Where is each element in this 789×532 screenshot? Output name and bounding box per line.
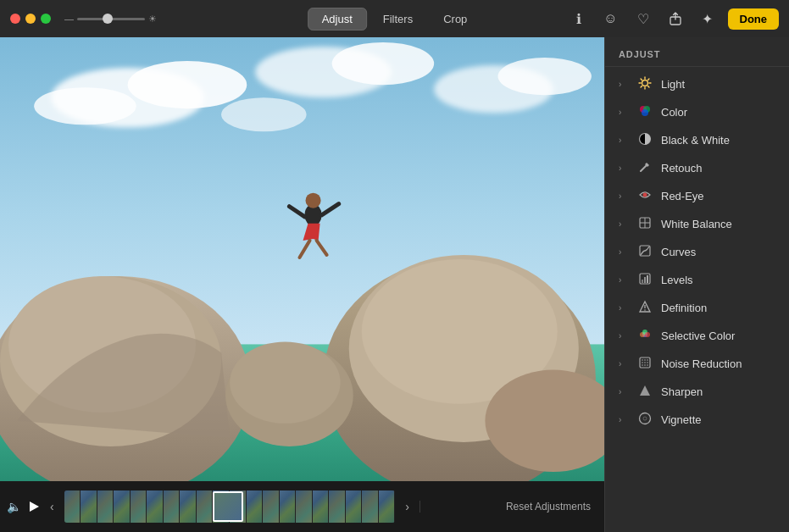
svg-point-69 (642, 364, 643, 366)
photo-canvas (0, 37, 604, 481)
svg-point-71 (647, 364, 648, 366)
filmstrip-frame (197, 490, 214, 523)
filmstrip-frame (180, 490, 197, 523)
chevron-icon: › (619, 136, 629, 145)
definition-label: Definition (661, 302, 707, 314)
color-icon (637, 104, 653, 120)
panel-header: ADJUST (605, 37, 789, 67)
magic-button[interactable]: ✦ (696, 7, 720, 30)
svg-point-66 (642, 362, 643, 363)
sharpen-label: Sharpen (661, 385, 703, 398)
svg-rect-54 (647, 275, 648, 283)
chevron-icon: › (619, 415, 629, 424)
adjust-item-definition[interactable]: › Definition (605, 294, 789, 322)
adjust-item-curves[interactable]: › Curves (605, 238, 789, 266)
adjust-item-retouch[interactable]: › Retouch (605, 154, 789, 182)
selective-color-icon (637, 328, 653, 344)
filmstrip-frame (329, 490, 346, 523)
titlebar: — ☀ Adjust Filters Crop ℹ ☺ ♡ ✦ Done (0, 0, 789, 37)
svg-point-67 (644, 362, 646, 363)
filmstrip-selected-thumb[interactable] (213, 491, 243, 522)
svg-point-68 (647, 362, 648, 363)
adjust-item-levels[interactable]: › Levels (605, 266, 789, 294)
svg-point-6 (332, 42, 435, 85)
svg-point-23 (230, 341, 341, 423)
light-label: Light (661, 78, 685, 91)
noise-reduction-label: Noise Reduction (661, 357, 742, 370)
svg-line-37 (641, 79, 642, 80)
retouch-label: Retouch (661, 162, 702, 175)
slider-right-icon: ☀ (148, 14, 157, 25)
emoji-button[interactable]: ☺ (599, 7, 623, 30)
chevron-icon: › (619, 191, 629, 201)
svg-line-45 (641, 165, 647, 171)
adjust-item-noise-reduction[interactable]: › Noise Reduction (605, 350, 789, 378)
adjust-item-red-eye[interactable]: › Red-Eye (605, 182, 789, 210)
slider-thumb[interactable] (103, 14, 113, 24)
brightness-slider[interactable]: — ☀ (64, 14, 157, 25)
svg-point-65 (647, 359, 648, 361)
filmstrip-frame (263, 490, 280, 523)
adjust-item-vignette[interactable]: › Vignette (605, 406, 789, 434)
svg-point-8 (497, 58, 591, 95)
svg-point-64 (644, 359, 646, 361)
minimize-button[interactable] (25, 14, 36, 24)
chevron-icon: › (619, 331, 629, 341)
filmstrip-frame (379, 490, 396, 523)
tab-adjust[interactable]: Adjust (308, 8, 367, 30)
svg-point-43 (642, 109, 648, 116)
adjust-item-color[interactable]: › Color (605, 98, 789, 126)
svg-point-63 (642, 359, 643, 361)
svg-point-26 (306, 193, 321, 208)
adjust-item-black-white[interactable]: › Black & White (605, 126, 789, 154)
filmstrip-arrow-left[interactable]: ‹ (47, 500, 58, 513)
share-button[interactable] (664, 7, 687, 30)
svg-line-39 (648, 79, 649, 80)
curves-icon (637, 244, 653, 260)
filmstrip-frame (296, 490, 313, 523)
color-label: Color (661, 106, 687, 119)
slider-track[interactable] (77, 18, 145, 20)
reset-adjustments-button[interactable]: Reset Adjustments (506, 501, 591, 513)
slider-left-icon: — (64, 14, 74, 24)
traffic-lights (10, 14, 51, 24)
levels-icon (637, 272, 653, 288)
tab-crop[interactable]: Crop (429, 8, 481, 30)
filmstrip-section: 🔈 ‹ (0, 490, 420, 523)
vignette-icon (637, 412, 653, 428)
adjust-item-light[interactable]: › Light (605, 70, 789, 98)
svg-marker-31 (30, 502, 39, 512)
svg-rect-53 (644, 277, 646, 283)
chevron-icon: › (619, 219, 629, 229)
maximize-button[interactable] (41, 14, 51, 24)
panel-title: ADJUST (619, 49, 660, 59)
filmstrip-frame (247, 490, 264, 523)
close-button[interactable] (10, 14, 20, 24)
play-button[interactable] (28, 501, 40, 513)
svg-line-38 (648, 86, 649, 87)
chevron-icon: › (619, 163, 629, 173)
chevron-icon: › (619, 387, 629, 396)
done-button[interactable]: Done (728, 8, 780, 30)
volume-button[interactable]: 🔈 (7, 500, 21, 513)
main-content: 🔈 ‹ (0, 37, 789, 532)
filmstrip-frame (131, 490, 147, 523)
filmstrip-frame (81, 490, 97, 523)
levels-label: Levels (661, 274, 693, 286)
chevron-icon: › (619, 275, 629, 285)
info-button[interactable]: ℹ (567, 7, 591, 30)
adjust-item-white-balance[interactable]: › White Balance (605, 210, 789, 238)
heart-button[interactable]: ♡ (631, 7, 655, 30)
white-balance-icon (637, 216, 653, 232)
adjust-item-sharpen[interactable]: › Sharpen (605, 378, 789, 406)
tab-filters[interactable]: Filters (369, 8, 427, 30)
adjust-item-selective-color[interactable]: › Selective Color (605, 322, 789, 350)
svg-point-32 (642, 80, 648, 86)
filmstrip-frame (147, 490, 164, 523)
filmstrip-frame (97, 490, 114, 523)
filmstrip-frame (64, 490, 81, 523)
chevron-icon: › (619, 80, 629, 89)
toolbar-right: ℹ ☺ ♡ ✦ Done (567, 7, 780, 30)
filmstrip-arrow-right[interactable]: › (402, 500, 413, 513)
photo-area: 🔈 ‹ (0, 37, 604, 532)
